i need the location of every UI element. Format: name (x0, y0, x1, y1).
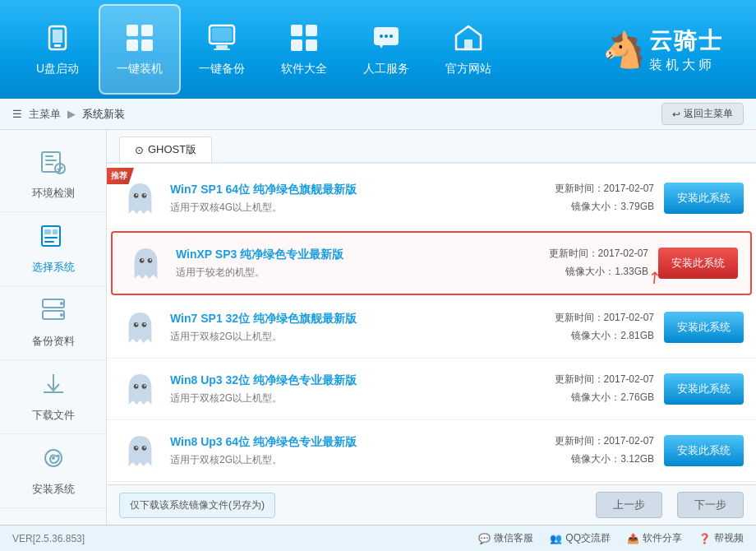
download-only-button[interactable]: 仅下载该系统镜像文件(另存为) (119, 493, 275, 518)
next-button[interactable]: 下一步 (677, 492, 744, 518)
backup-icon (207, 23, 237, 57)
install-icon (40, 445, 67, 477)
install-btn-win8-64[interactable]: 安装此系统 (664, 435, 744, 466)
system-meta-winxp: 更新时间：2017-02-07 镜像大小：1.33GB (517, 245, 648, 280)
sidebar-item-install[interactable]: 安装系统 (0, 434, 106, 508)
ghost-icon-win7-32 (119, 307, 160, 348)
update-time-win7-32: 更新时间：2017-02-07 (523, 309, 654, 327)
svg-point-21 (385, 35, 388, 38)
nav-usb-label: U盘启动 (36, 62, 79, 76)
footer: VER[2.5.36.853] 💬 微信客服 👥 QQ交流群 📤 软件分享 ❓ … (0, 525, 756, 551)
svg-rect-9 (216, 45, 228, 49)
website-icon (454, 23, 483, 57)
env-icon (40, 149, 67, 181)
size-win7-64: 镜像大小：3.79GB (523, 198, 654, 216)
system-name-win8-32[interactable]: Win8 Up3 32位 纯净绿色专业最新版 (170, 373, 513, 388)
svg-point-55 (136, 385, 137, 387)
breadcrumb-separator: ▶ (67, 108, 76, 120)
svg-point-48 (150, 259, 151, 261)
install-btn-winxp[interactable]: 安装此系统 (658, 248, 738, 279)
svg-point-51 (136, 323, 137, 325)
footer-help[interactable]: ❓ 帮视频 (698, 531, 744, 545)
system-meta-win8-32: 更新时间：2017-02-07 镜像大小：2.76GB (523, 371, 654, 406)
system-desc-win8-32: 适用于双核2G以上机型。 (170, 391, 513, 405)
sidebar-item-download[interactable]: 下载文件 (0, 360, 106, 434)
svg-rect-10 (214, 49, 230, 50)
nav-usb[interactable]: U盘启动 (16, 4, 99, 95)
footer-qq[interactable]: 👥 QQ交流群 (550, 531, 611, 545)
main-content: 环境检测 选择系统 (0, 130, 756, 525)
system-item-win8-32: Win8 Up3 32位 纯净绿色专业最新版 适用于双核2G以上机型。 更新时间… (107, 359, 756, 420)
svg-rect-11 (291, 25, 302, 36)
footer-share[interactable]: 📤 软件分享 (627, 531, 682, 545)
system-desc-winxp: 适用于较老的机型。 (176, 266, 507, 280)
svg-point-40 (52, 456, 55, 460)
size-win7-32: 镜像大小：2.81GB (523, 327, 654, 345)
svg-point-20 (380, 35, 383, 38)
nav-service-label: 人工服务 (363, 62, 409, 76)
usb-icon (43, 23, 72, 57)
tab-bar: ⊙ GHOST版 (107, 130, 756, 164)
system-item-win7-32: Win7 SP1 32位 纯净绿色旗舰最新版 适用于双核2G以上机型。 更新时间… (107, 297, 756, 359)
breadcrumb-menu-icon: ☰ (12, 108, 22, 120)
nav-onekey[interactable]: 一键装机 (99, 4, 181, 95)
breadcrumb-current: 系统新装 (82, 107, 125, 122)
svg-point-59 (136, 447, 137, 448)
svg-point-58 (141, 445, 146, 450)
system-name-win7-64[interactable]: Win7 SP1 64位 纯净绿色旗舰最新版 (170, 183, 513, 197)
system-desc-win8-64: 适用于双核2G以上机型。 (170, 453, 513, 467)
svg-rect-8 (213, 29, 231, 40)
sidebar-env-label: 环境检测 (32, 186, 75, 201)
install-btn-win7-32[interactable]: 安装此系统 (664, 312, 744, 343)
svg-point-47 (141, 259, 143, 261)
logo-sub: 装机大师 (649, 57, 723, 74)
svg-point-56 (144, 385, 145, 387)
ghost-icon-win8-32 (119, 368, 160, 410)
nav-website[interactable]: 官方网站 (427, 4, 509, 95)
sidebar-item-backup[interactable]: 备份资料 (0, 286, 106, 360)
system-name-win8-64[interactable]: Win8 Up3 64位 纯净绿色专业最新版 (170, 435, 513, 450)
footer-links: 💬 微信客服 👥 QQ交流群 📤 软件分享 ❓ 帮视频 (478, 531, 744, 545)
nav-service[interactable]: 人工服务 (345, 4, 427, 95)
sidebar-item-select[interactable]: 选择系统 (0, 212, 106, 286)
header: U盘启动 一键装机 一键备份 (0, 0, 756, 99)
backup-data-icon (40, 297, 67, 329)
svg-rect-26 (45, 155, 53, 157)
back-icon: ↩ (672, 109, 680, 120)
svg-rect-28 (45, 164, 53, 165)
system-name-win7-32[interactable]: Win7 SP1 32位 纯净绿色旗舰最新版 (170, 312, 513, 326)
system-name-winxp[interactable]: WinXP SP3 纯净绿色专业最新版 (176, 248, 507, 262)
content-panel: ⊙ GHOST版 推荐 Win7 SP1 64位 纯净绿色旗舰最新版 适用于双核… (107, 130, 756, 525)
svg-rect-12 (306, 25, 317, 36)
system-info-win7-32: Win7 SP1 32位 纯净绿色旗舰最新版 适用于双核2G以上机型。 (170, 312, 513, 344)
update-time-winxp: 更新时间：2017-02-07 (517, 245, 648, 263)
breadcrumb: ☰ 主菜单 ▶ 系统新装 ↩ 返回主菜单 (0, 99, 756, 130)
sidebar: 环境检测 选择系统 (0, 130, 107, 525)
system-item-win8-64: Win8 Up3 64位 纯净绿色专业最新版 适用于双核2G以上机型。 更新时间… (107, 420, 756, 482)
ghost-icon-winxp (125, 243, 166, 284)
onekey-icon (125, 23, 154, 57)
system-item-win7-64: 推荐 Win7 SP1 64位 纯净绿色旗舰最新版 适用于双核4G以上机型。 更… (107, 168, 756, 229)
tab-ghost[interactable]: ⊙ GHOST版 (119, 137, 212, 162)
svg-point-41 (133, 192, 138, 197)
nav-backup-label: 一键备份 (199, 62, 245, 76)
prev-button[interactable]: 上一步 (596, 492, 662, 518)
nav-software[interactable]: 软件大全 (263, 4, 345, 95)
svg-rect-6 (141, 39, 153, 51)
install-btn-win7-64[interactable]: 安装此系统 (664, 183, 744, 214)
svg-rect-14 (306, 39, 317, 51)
ghost-icon-win8-64 (119, 430, 160, 471)
download-icon (40, 371, 67, 403)
svg-rect-34 (44, 241, 54, 243)
back-button[interactable]: ↩ 返回主菜单 (662, 103, 744, 125)
svg-point-22 (390, 35, 393, 38)
install-btn-win8-32[interactable]: 安装此系统 (664, 373, 744, 405)
bottom-bar: 仅下载该系统镜像文件(另存为) 上一步 下一步 (107, 484, 756, 525)
system-desc-win7-32: 适用于双核2G以上机型。 (170, 330, 513, 344)
svg-point-57 (133, 445, 138, 450)
nav-backup[interactable]: 一键备份 (181, 4, 263, 95)
logo-knight-icon: 🐴 (602, 30, 645, 70)
footer-wechat[interactable]: 💬 微信客服 (478, 531, 533, 545)
nav-onekey-label: 一键装机 (117, 62, 163, 76)
sidebar-item-env[interactable]: 环境检测 (0, 138, 106, 212)
